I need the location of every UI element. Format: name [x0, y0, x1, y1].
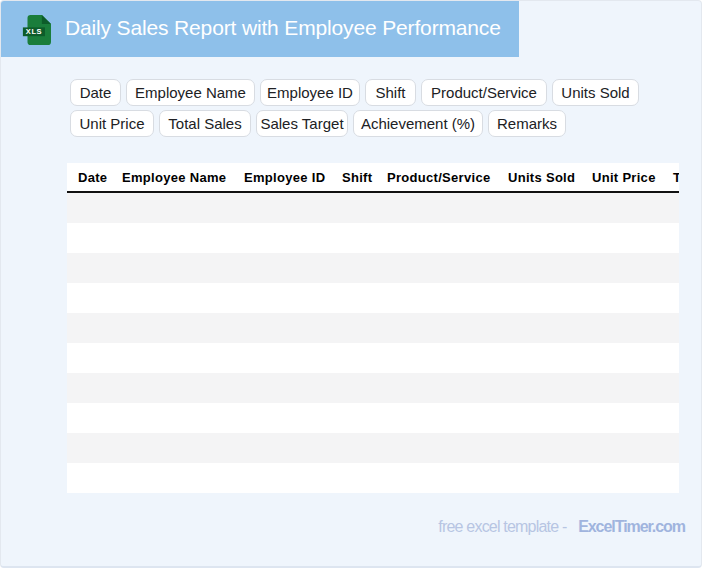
svg-text:XLS: XLS: [26, 27, 42, 36]
